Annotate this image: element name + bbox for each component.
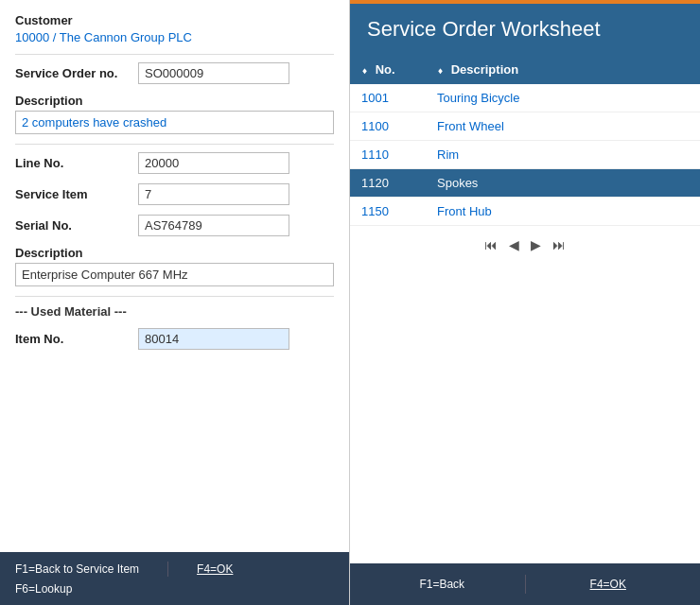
service-order-input[interactable]: SO000009	[138, 62, 289, 84]
service-item-row: Service Item 7	[15, 183, 334, 205]
left-content: Customer 10000 / The Cannon Group PLC Se…	[0, 0, 349, 552]
serial-no-input[interactable]: AS764789	[138, 215, 289, 236]
customer-label: Customer	[15, 13, 334, 27]
item-no-input[interactable]: 80014	[138, 328, 289, 350]
serial-no-label: Serial No.	[15, 218, 138, 233]
f1-back-button-right[interactable]: F1=Back	[367, 578, 517, 591]
right-title: Service Order Worksheet	[367, 17, 601, 41]
worksheet-table: ⬧ No. ⬧ Description 1001Touring Bicycle1…	[350, 55, 700, 226]
service-order-row: Service Order no. SO000009	[15, 62, 334, 84]
col-no-header: ⬧ No.	[350, 55, 426, 84]
sort-icon-desc: ⬧	[437, 64, 444, 76]
line-no-label: Line No.	[15, 156, 138, 170]
cell-no: 1110	[350, 141, 426, 169]
line-no-row: Line No. 20000	[15, 152, 334, 174]
serial-no-row: Serial No. AS764789	[15, 215, 334, 236]
left-panel: Customer 10000 / The Cannon Group PLC Se…	[0, 0, 350, 605]
cell-no: 1001	[350, 84, 426, 112]
table-row[interactable]: 1001Touring Bicycle	[350, 84, 700, 112]
pagination-prev-button[interactable]: ◀	[509, 237, 519, 252]
worksheet-tbody: 1001Touring Bicycle1100Front Wheel1110Ri…	[350, 84, 700, 226]
cell-no: 1150	[350, 198, 426, 226]
f6-lookup-button[interactable]: F6=Lookup	[15, 582, 72, 596]
line-no-input[interactable]: 20000	[138, 152, 289, 174]
left-footer: F1=Back to Service Item F4=OK F6=Lookup	[0, 552, 349, 605]
pagination: ⏮ ◀ ▶ ⏭	[350, 226, 700, 264]
service-order-label: Service Order no.	[15, 66, 138, 80]
service-item-label: Service Item	[15, 187, 138, 201]
sort-icon-no: ⬧	[361, 64, 368, 76]
description-group: Description 2 computers have crashed	[15, 94, 334, 134]
f4-ok-button-left[interactable]: F4=OK	[197, 562, 233, 576]
item-no-label: Item No.	[15, 332, 138, 346]
separator-3	[15, 296, 334, 297]
service-item-input[interactable]: 7	[138, 183, 289, 205]
description-input[interactable]: 2 computers have crashed	[15, 111, 334, 134]
pagination-last-button[interactable]: ⏭	[552, 237, 566, 252]
pagination-next-button[interactable]: ▶	[531, 237, 541, 252]
item-description-label: Description	[15, 246, 334, 260]
table-row[interactable]: 1100Front Wheel	[350, 112, 700, 141]
cell-desc: Front Wheel	[426, 112, 700, 141]
separator-2	[15, 144, 334, 145]
customer-value[interactable]: 10000 / The Cannon Group PLC	[15, 30, 334, 44]
separator-1	[15, 54, 334, 55]
pagination-first-button[interactable]: ⏮	[484, 237, 498, 252]
item-description-group: Description Enterprise Computer 667 MHz	[15, 246, 334, 286]
f1-back-service-item-button[interactable]: F1=Back to Service Item	[15, 562, 139, 576]
right-header: Service Order Worksheet	[350, 0, 700, 55]
cell-desc: Front Hub	[426, 198, 700, 226]
section-title: --- Used Material ---	[15, 304, 334, 319]
left-footer-row-2: F6=Lookup	[15, 582, 334, 596]
right-footer: F1=Back F4=OK	[350, 563, 700, 605]
right-content: ⬧ No. ⬧ Description 1001Touring Bicycle1…	[350, 55, 700, 563]
customer-group: Customer 10000 / The Cannon Group PLC	[15, 13, 334, 44]
footer-divider-1	[167, 562, 168, 577]
cell-no: 1100	[350, 112, 426, 141]
table-row[interactable]: 1120Spokes	[350, 169, 700, 198]
table-row[interactable]: 1110Rim	[350, 141, 700, 169]
right-panel: Service Order Worksheet ⬧ No. ⬧ Descript…	[350, 0, 700, 605]
cell-no: 1120	[350, 169, 426, 198]
cell-desc: Rim	[426, 141, 700, 169]
cell-desc: Spokes	[426, 169, 700, 198]
col-desc-header: ⬧ Description	[426, 55, 700, 84]
right-footer-divider	[525, 575, 526, 594]
left-footer-row-1: F1=Back to Service Item F4=OK	[15, 562, 334, 577]
description-label: Description	[15, 94, 334, 108]
item-no-row: Item No. 80014	[15, 328, 334, 350]
item-description-input[interactable]: Enterprise Computer 667 MHz	[15, 263, 334, 286]
f4-ok-button-right[interactable]: F4=OK	[534, 578, 684, 591]
cell-desc: Touring Bicycle	[426, 84, 700, 112]
table-header: ⬧ No. ⬧ Description	[350, 55, 700, 84]
table-row[interactable]: 1150Front Hub	[350, 198, 700, 226]
